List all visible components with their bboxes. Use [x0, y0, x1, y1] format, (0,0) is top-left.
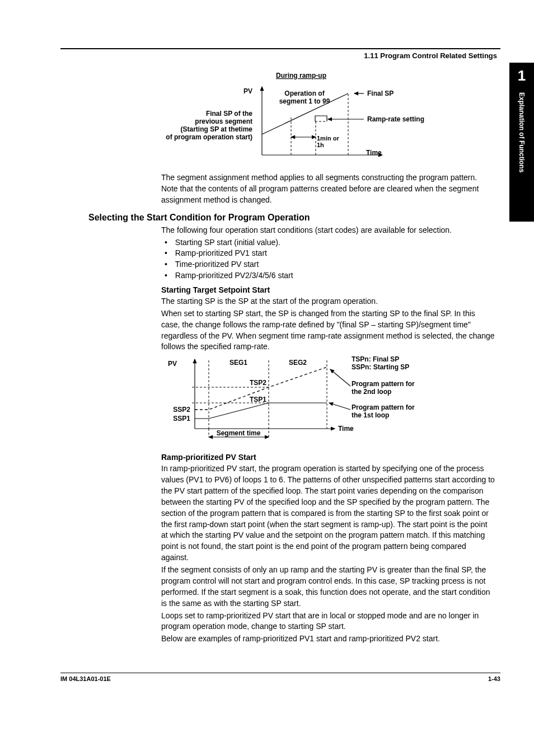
- during-label: During ramp-up: [276, 72, 326, 79]
- para-2: The following four operation start condi…: [161, 225, 495, 236]
- time2: Time: [338, 425, 354, 433]
- left3: (Starting SP at thetime: [181, 125, 253, 133]
- svg-line-15: [330, 369, 350, 386]
- seg-svg: PV SEG1 SEG2 TSPn: Final SP SSPn: Starti…: [161, 356, 475, 445]
- para-1: The segment assignment method applies to…: [161, 172, 495, 206]
- para-3: The starting SP is the SP at the start o…: [161, 296, 495, 307]
- header-rule: [60, 48, 500, 49]
- segtime: Segment time: [217, 429, 261, 437]
- op1: Operation of: [284, 90, 325, 97]
- header-section: 1.11 Program Control Related Settings: [60, 50, 500, 60]
- pv-label: PV: [243, 87, 252, 95]
- bullet-item: Starting SP start (initial value).: [161, 237, 495, 248]
- left1: Final SP of the: [206, 110, 252, 118]
- para-7: Loops set to ramp-prioritized PV start t…: [161, 611, 495, 633]
- p2a: Program pattern for: [352, 380, 415, 388]
- bullet-item: Ramp-prioritized PV1 start: [161, 248, 495, 259]
- bullet-item: Ramp-prioritized PV2/3/4/5/6 start: [161, 270, 495, 281]
- ramp-up-svg: During ramp-up PV Operation of segment 1…: [150, 70, 452, 162]
- p1a: Program pattern for: [352, 403, 415, 411]
- subhead-starting-sp: Starting Target Setpoint Start: [161, 285, 495, 296]
- tu2: 1h: [317, 142, 324, 148]
- para-5: In ramp-prioritized PV start, the progra…: [161, 463, 495, 564]
- p2b: the 2nd loop: [352, 388, 391, 396]
- left2: previous segment: [195, 118, 252, 125]
- para-6: If the segment consists of only an up ra…: [161, 565, 495, 609]
- tsp1: TSP1: [250, 396, 266, 403]
- footer-page-num: 1-43: [488, 675, 500, 682]
- chapter-number: 1: [509, 63, 534, 84]
- chapter-title: Explanation of Functions: [518, 92, 526, 172]
- heading-start-condition: Selecting the Start Condition for Progra…: [88, 213, 500, 223]
- ssp2: SSP2: [173, 406, 190, 414]
- finalsp: Final SP: [367, 90, 394, 97]
- seg2: SEG2: [289, 359, 307, 367]
- tspn: TSPn: Final SP: [352, 356, 399, 363]
- figure-seg: PV SEG1 SEG2 TSPn: Final SP SSPn: Starti…: [161, 356, 500, 448]
- bullet-item: Time-prioritized PV start: [161, 259, 495, 270]
- svg-line-16: [329, 403, 350, 410]
- para-8: Below are examples of ramp-prioritized P…: [161, 633, 495, 645]
- figure-ramp-up: During ramp-up PV Operation of segment 1…: [150, 70, 500, 165]
- pv2: PV: [168, 360, 177, 368]
- left4: of program operation start): [166, 133, 252, 141]
- time-label: Time: [366, 149, 382, 157]
- op2: segment 1 to 99: [279, 97, 330, 105]
- ramprate: Ramp-rate setting: [367, 115, 424, 123]
- subhead-ramp-pv: Ramp-prioritized PV Start: [161, 452, 495, 463]
- content: During ramp-up PV Operation of segment 1…: [60, 70, 500, 645]
- seg1: SEG1: [229, 359, 247, 367]
- bullet-list: Starting SP start (initial value). Ramp-…: [161, 237, 495, 282]
- page: 1.11 Program Control Related Settings 1 …: [0, 0, 534, 756]
- ssp1: SSP1: [173, 415, 190, 422]
- sspn: SSPn: Starting SP: [352, 363, 409, 371]
- footer-doc-id: IM 04L31A01-01E: [60, 675, 111, 682]
- tsp2: TSP2: [250, 379, 266, 387]
- footer: IM 04L31A01-01E 1-43: [60, 673, 500, 682]
- p1b: the 1st loop: [352, 411, 389, 419]
- chapter-tab: 1 Explanation of Functions: [509, 63, 534, 222]
- tu1: 1min or: [317, 135, 339, 142]
- para-4: When set to starting SP start, the SP is…: [161, 308, 495, 353]
